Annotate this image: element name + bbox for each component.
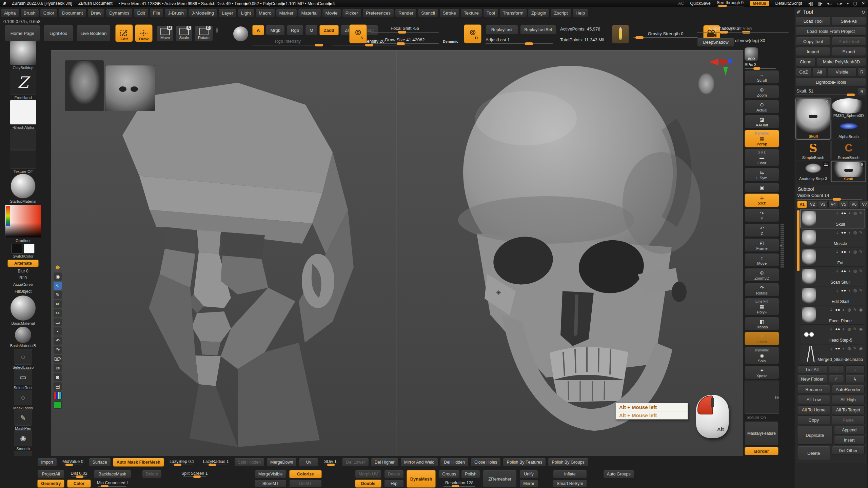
minimize-icon[interactable]: ▾ [847,1,849,6]
double-button[interactable]: Double [355,480,381,488]
brush-icon[interactable]: ✎ [859,211,863,216]
eye-icon[interactable]: ◉ [54,272,62,281]
gravity-pencil-button[interactable] [612,25,629,43]
adjust-last-slider[interactable]: AdjustLast 1 [486,37,553,44]
blur-slider[interactable]: Blur 0 [16,268,29,274]
shelf-button[interactable]: ▣ [745,183,779,192]
sculpt-right-view[interactable] [404,57,743,454]
reference-thumb-skull[interactable] [105,65,155,111]
shelf-button[interactable]: x y z ▬ Floor [745,149,779,166]
menu-item[interactable]: Help [572,9,589,17]
menu-item[interactable]: Light [238,9,254,17]
paint-mode-button[interactable]: Rgb [287,25,303,35]
subtool-view-tab[interactable]: V2 [808,201,817,208]
pencil-icon[interactable]: ✏ [54,300,62,308]
pair-visibility-icon[interactable]: ●● [835,327,840,331]
stroke-curve-d-button[interactable]: ◎ D [464,24,481,43]
shelf-button[interactable]: ↔ Scroll [745,70,779,84]
delete-button2[interactable]: Delete [384,470,404,478]
alternate-button[interactable]: Alternate [7,260,39,267]
menu-item[interactable]: Stroke [439,9,459,17]
link-arrow-icon[interactable]: ⇣ [835,288,839,293]
groups-bottom-button[interactable]: Groups [438,470,460,478]
gradient-picker-icon[interactable] [5,205,41,238]
redo-icon[interactable]: ↷ [54,346,62,354]
pair-visibility-icon[interactable]: ●● [841,288,846,293]
bottom-shelf-button[interactable]: Del Higher [371,458,398,467]
shelf-button[interactable]: ↷ Rotate [745,283,779,297]
bottom-shelf-button[interactable]: Close Holes [471,458,501,467]
quick-brush-slot[interactable]: ◌ SelectLasso [10,349,36,369]
default-zscript-button[interactable]: DefaultZScript [775,1,802,6]
menu-item[interactable]: Material [298,9,321,17]
menu-item[interactable]: Alpha [1,9,19,17]
eye-icon[interactable]: ◉ [859,327,863,331]
new-folder-button[interactable]: New Folder [797,375,827,383]
scale-mode-button[interactable]: S Scale [176,26,193,41]
tray-slot[interactable]: Z FreeHand [10,70,36,100]
menu-item[interactable]: Texture [460,9,482,17]
light-bulb-icon[interactable]: ❋ [54,263,62,271]
shelf-button[interactable]: Dynamic ▦ Persp [745,130,779,147]
del-other-button[interactable]: Del Other [832,446,865,455]
menu-item[interactable]: Draw [87,9,105,17]
menu-item[interactable]: Edit [134,9,148,17]
tray-slot[interactable]: StartupMaterial [10,174,36,203]
make-polymesh3d-button[interactable]: Make PolyMesh3D [817,57,866,66]
subtool-view-tab[interactable]: V6 [849,201,859,208]
bpr-render-button[interactable]: BPR [745,47,758,61]
unify-button[interactable]: Unify [519,470,538,478]
morph-uv-button[interactable]: Morph UV [355,470,381,478]
menu-item[interactable]: Movie [322,9,341,17]
duplicate-button[interactable]: Duplicate [797,426,833,445]
copy-tool-button[interactable]: Copy Tool [796,37,830,46]
menu-item[interactable]: Color [40,9,58,17]
paint-mode-button[interactable]: Zadd [319,25,339,35]
tool-thumbnail[interactable]: 11 Anatomy Step-3 [796,161,831,181]
message-icon[interactable]: ✉ [54,364,62,372]
autoreorder-button[interactable]: AutoReorder [832,385,865,394]
insert-button[interactable]: Insert [834,436,865,445]
list-all-button[interactable]: List All [797,365,827,373]
export-button[interactable]: Export [832,47,866,56]
colorize-button[interactable]: Colorize [289,470,322,478]
uv-icon[interactable]: ◍ [847,327,851,331]
shelf-button[interactable]: ✦ Xpose [745,366,779,379]
shelf-button[interactable]: ↕ Move [745,253,779,267]
menu-item[interactable]: File [150,9,164,17]
menu-item[interactable]: Stencil [418,9,438,17]
move-up-button[interactable]: ↑ [829,365,844,373]
split-screen-divider[interactable] [396,50,396,456]
pair-visibility-icon[interactable]: ●● [841,230,846,235]
menu-item[interactable]: Marker [276,9,297,17]
quick-brush-slot[interactable]: ▭ SelectRect [10,369,36,390]
shelf-button[interactable]: ◧ Transp [745,317,779,330]
subtool-row[interactable]: ⇣ ●● ◐ ◍ ✎ ◉ Head Step-5 [801,325,865,344]
bottom-shelf-button[interactable]: LazyStep 0.1 [166,458,198,467]
subtool-view-tab[interactable]: V5 [839,201,849,208]
texture-preview[interactable]: Te [745,381,779,414]
link-arrow-icon[interactable]: ⇣ [829,327,833,331]
split-screen-bottom-slider[interactable]: Split Screen 1 [178,470,211,478]
polypaint-icon[interactable]: ◐ [843,327,845,331]
dist-slider[interactable]: Dist 0.02 [67,470,91,478]
shelf-button[interactable]: ◰ Frame [745,238,779,252]
dot-icon[interactable]: • [54,327,62,336]
menu-item[interactable]: Document [59,9,86,17]
subtool-row[interactable]: ⇣ ●● ◐ ◍ ✎ ◉ Face_Plane [801,306,865,325]
pair-visibility-icon[interactable]: ●● [841,211,846,216]
quick-brush-slot[interactable]: ✎ MaskPen [10,410,36,430]
bottom-shelf-button[interactable]: LazyRadius 1 [200,458,232,467]
clipboard-icon[interactable]: ▤ [54,382,62,390]
bottom-shelf-button[interactable]: Del Hidden [440,458,469,467]
brush-icon[interactable]: ✎ [859,288,863,293]
pair-visibility-icon[interactable]: ●● [835,307,840,312]
switch-color[interactable]: SwitchColor [12,244,35,258]
paint-mode-button[interactable]: Mrgb [266,25,285,35]
close-icon[interactable]: ✕ [862,1,865,6]
shelf-button[interactable]: ⇆ L.Sym [745,168,779,181]
pair-visibility-icon[interactable]: ●● [835,346,840,351]
move-out-button[interactable]: ↱ [829,375,844,383]
flip-button[interactable]: Flip [384,480,404,488]
rename-button[interactable]: Rename [797,385,830,394]
